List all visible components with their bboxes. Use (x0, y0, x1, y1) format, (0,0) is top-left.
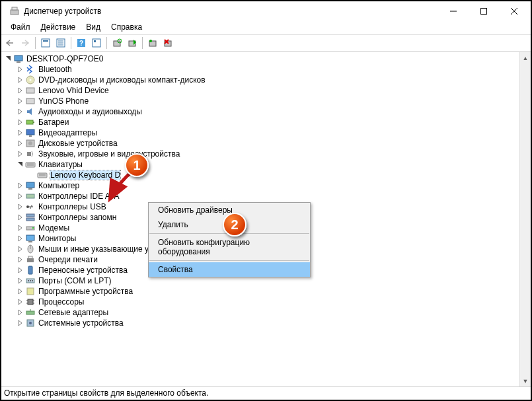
vertical-scrollbar[interactable]: ▲ ▼ (519, 52, 531, 386)
tree-category[interactable]: Компьютер (1, 180, 531, 191)
scan-button[interactable] (110, 36, 124, 50)
toolbar-btn-6[interactable] (125, 36, 139, 50)
tree-category[interactable]: Bluetooth (1, 64, 531, 75)
tree-label: DVD-дисководы и дисководы компакт-дисков (38, 75, 206, 85)
back-button[interactable] (3, 36, 17, 50)
tree-category[interactable]: Клавиатуры (1, 159, 531, 170)
expand-arrow-icon[interactable] (16, 192, 25, 201)
cpu-icon (25, 297, 36, 307)
tree-category[interactable]: DVD-дисководы и дисководы компакт-дисков (1, 75, 531, 85)
svg-rect-25 (17, 61, 20, 63)
display-icon (25, 128, 36, 138)
svg-rect-1 (12, 7, 17, 10)
expand-arrow-icon[interactable] (16, 65, 25, 74)
expand-arrow-icon[interactable] (16, 318, 25, 328)
tree-label: Программные устройства (38, 287, 133, 296)
menu-file[interactable]: Файл (5, 21, 36, 34)
expand-arrow-icon[interactable] (16, 75, 25, 85)
sound-icon (25, 149, 36, 159)
svg-point-27 (30, 79, 32, 81)
uninstall-button[interactable] (161, 36, 175, 50)
svg-point-59 (28, 280, 29, 281)
expand-arrow-icon[interactable] (16, 96, 25, 106)
statusbar-text: Открытие страницы свойств для выделенног… (4, 388, 208, 398)
menu-action[interactable]: Действие (36, 21, 81, 34)
tree-category[interactable]: Аудиовходы и аудиовыходы (1, 106, 531, 117)
svg-rect-44 (28, 188, 32, 190)
tree-device[interactable]: Lenovo Keyboard D (1, 170, 531, 180)
expand-arrow-icon[interactable] (16, 234, 25, 243)
context-item[interactable]: Свойства (149, 262, 310, 277)
tree-category[interactable]: Lenovo Vhid Device (1, 85, 531, 96)
toolbar-btn-7[interactable] (145, 36, 160, 50)
ide-icon (25, 191, 36, 201)
toolbar-btn-1[interactable] (38, 36, 53, 50)
toolbar-btn-2[interactable] (54, 36, 68, 50)
expand-arrow-icon[interactable] (16, 297, 25, 307)
generic-icon (25, 96, 36, 106)
scroll-down-button[interactable]: ▼ (520, 375, 531, 386)
tree-category[interactable]: Звуковые, игровые и видеоустройства (1, 149, 531, 159)
tree-category[interactable]: Системные устройства (1, 318, 531, 328)
svg-rect-51 (26, 235, 34, 240)
forward-button[interactable] (18, 36, 32, 50)
tree-label: Звуковые, игровые и видеоустройства (38, 149, 180, 159)
toolbar-btn-4[interactable] (89, 36, 104, 50)
mouse-icon (25, 244, 36, 254)
context-item[interactable]: Обновить конфигурацию оборудования (149, 235, 310, 259)
tree-label: Компьютер (38, 181, 79, 190)
svg-rect-29 (26, 98, 34, 104)
svg-rect-16 (114, 41, 120, 46)
expand-arrow-icon[interactable] (16, 86, 25, 95)
tree-category[interactable]: Программные устройства (1, 286, 531, 297)
tree-category[interactable]: Батареи (1, 117, 531, 128)
menubar: Файл Действие Вид Справка (1, 21, 531, 34)
pc-icon (13, 54, 24, 64)
expand-arrow-icon[interactable] (16, 213, 25, 222)
svg-rect-7 (43, 40, 48, 42)
portable-icon (25, 265, 36, 275)
maximize-button[interactable] (469, 1, 499, 21)
expand-arrow-icon[interactable] (16, 276, 25, 285)
expand-arrow-icon[interactable] (16, 128, 25, 137)
tree-label: YunOS Phone (38, 96, 89, 106)
toolbar: ? (1, 34, 531, 52)
close-button[interactable] (499, 1, 529, 21)
expand-arrow-icon[interactable] (16, 244, 25, 254)
tree-label: Клавиатуры (38, 160, 83, 169)
tree-category[interactable]: Сетевые адаптеры (1, 307, 531, 318)
expand-arrow-icon[interactable] (16, 202, 25, 211)
expand-arrow-icon[interactable] (16, 266, 25, 275)
menu-help[interactable]: Справка (106, 21, 147, 34)
tree-category[interactable]: Видеоадаптеры (1, 128, 531, 138)
expand-arrow-icon[interactable] (4, 54, 13, 63)
tree-root[interactable]: DESKTOP-QPF7OE0 (1, 54, 531, 64)
bt-icon (25, 64, 36, 75)
svg-rect-62 (27, 288, 34, 295)
net-icon (25, 307, 36, 318)
expand-arrow-icon[interactable] (28, 170, 37, 180)
help-button[interactable]: ? (74, 36, 89, 50)
expand-arrow-icon[interactable] (16, 255, 25, 264)
scroll-up-button[interactable]: ▲ (520, 52, 531, 63)
expand-arrow-icon[interactable] (16, 118, 25, 127)
tree-label: Системные устройства (38, 318, 124, 328)
statusbar: Открытие страницы свойств для выделенног… (1, 386, 531, 400)
tree-category[interactable]: Дисковые устройства (1, 138, 531, 149)
minimize-button[interactable] (438, 1, 469, 21)
expand-arrow-icon[interactable] (16, 107, 25, 116)
tree-label: Контроллеры запомн (38, 213, 116, 222)
expand-arrow-icon[interactable] (16, 149, 25, 159)
tree-category[interactable]: Процессоры (1, 297, 531, 307)
expand-arrow-icon[interactable] (16, 160, 25, 169)
tree-label: Аудиовходы и аудиовыходы (38, 107, 142, 116)
svg-rect-48 (26, 218, 34, 221)
expand-arrow-icon[interactable] (16, 287, 25, 296)
expand-arrow-icon[interactable] (16, 139, 25, 148)
expand-arrow-icon[interactable] (16, 181, 25, 190)
menu-view[interactable]: Вид (81, 21, 106, 34)
expand-arrow-icon[interactable] (16, 223, 25, 233)
tree-category[interactable]: Контроллеры IDE ATA (1, 191, 531, 201)
expand-arrow-icon[interactable] (16, 308, 25, 317)
tree-category[interactable]: YunOS Phone (1, 96, 531, 106)
